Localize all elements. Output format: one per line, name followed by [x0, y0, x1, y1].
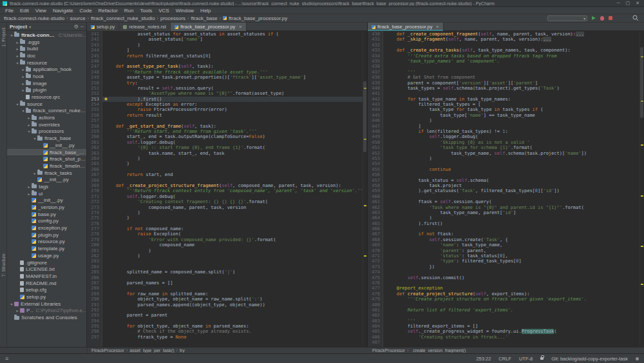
- breadcrumb-item[interactable]: source: [70, 15, 86, 21]
- chevron-icon[interactable]: ▾: [21, 108, 26, 113]
- breadcrumb-item[interactable]: ftrack_base_processor.py: [229, 15, 287, 21]
- tree-item[interactable]: ▸hook: [7, 73, 86, 80]
- line-number[interactable]: 248: [87, 70, 99, 75]
- tree-item[interactable]: __init__.py: [7, 142, 86, 149]
- tree-item[interactable]: ▾ftrack_base: [7, 135, 86, 142]
- chevron-icon[interactable]: ▸: [32, 171, 37, 175]
- chevron-icon[interactable]: ▸: [15, 54, 20, 58]
- tree-item[interactable]: ▸doc: [7, 52, 86, 59]
- code-line[interactable]: [102, 221, 367, 226]
- code-line[interactable]: '''Return start, end frame from given 't…: [102, 129, 367, 134]
- line-number[interactable]: 439: [368, 81, 380, 86]
- lock-icon[interactable]: [540, 357, 544, 360]
- line-number[interactable]: 437: [368, 70, 380, 75]
- line-number[interactable]: 451: [368, 145, 380, 150]
- line-number[interactable]: 276: [87, 221, 99, 226]
- code-line[interactable]: [383, 172, 644, 177]
- line-number[interactable]: 483: [368, 319, 380, 324]
- line-number[interactable]: 466: [368, 226, 380, 231]
- code-line[interactable]: '{0} :: start frame {0}, end frame {1}'.…: [102, 145, 367, 150]
- line-number[interactable]: 257: [87, 118, 99, 123]
- code-line[interactable]: 'Error with composed_name provided: {}'.…: [102, 237, 367, 242]
- tree-item[interactable]: ▾resource: [7, 59, 86, 66]
- menu-edit[interactable]: Edit: [17, 8, 32, 14]
- line-number[interactable]: 438: [368, 75, 380, 80]
- tree-item[interactable]: ▸image: [7, 80, 86, 87]
- line-number[interactable]: 471: [368, 253, 380, 259]
- chevron-icon[interactable]: ▸: [26, 123, 32, 127]
- code-line[interactable]: task_types = self.schema(task.project).g…: [383, 86, 644, 91]
- code-line[interactable]: '''Return ftrack context entity from 'co…: [102, 188, 367, 193]
- code-line[interactable]: [383, 91, 644, 96]
- line-number[interactable]: 285: [87, 270, 99, 275]
- notifications-icon[interactable]: [636, 357, 639, 360]
- line-number[interactable]: 453: [368, 156, 380, 161]
- editor-breadcrumb-item[interactable]: asset_type_per_task(): [129, 348, 174, 353]
- maximize-button[interactable]: ▢: [626, 1, 630, 6]
- code-line[interactable]: result = self.session.query(: [102, 86, 367, 91]
- line-number[interactable]: 461: [368, 199, 380, 204]
- code-line[interactable]: self.logger.debug(: [102, 194, 367, 199]
- chevron-icon[interactable]: ▸: [15, 40, 20, 44]
- line-number[interactable]: 447: [368, 124, 380, 129]
- code-line[interactable]: def _skip_fragment(self, name, parent, t…: [383, 37, 644, 42]
- tree-item[interactable]: ▸plugin: [7, 87, 86, 94]
- code-line[interactable]: asset_status['name']: [102, 37, 367, 42]
- code-line[interactable]: 'task_type_names' and 'component'.: [383, 59, 644, 64]
- code-line[interactable]: ): [102, 210, 367, 215]
- code-line[interactable]: Return list of filtered 'export_items'.: [383, 308, 644, 313]
- line-number[interactable]: 474: [368, 270, 380, 275]
- code-line[interactable]: if not composed_name:: [102, 226, 367, 231]
- hide-panel-icon[interactable]: ─: [80, 25, 84, 29]
- minimize-button[interactable]: ─: [617, 1, 620, 6]
- code-line[interactable]: ]: [102, 48, 367, 53]
- line-number[interactable]: 249: [87, 75, 99, 80]
- code-line[interactable]: return result: [102, 113, 367, 118]
- code-line[interactable]: raise FtrackProcessorError(error): [102, 107, 367, 112]
- code-line[interactable]: [383, 226, 644, 231]
- tree-item[interactable]: ▸ftrack_tasks: [7, 170, 86, 177]
- code-line[interactable]: ): [383, 215, 644, 221]
- chevron-down-icon[interactable]: ▾: [29, 25, 31, 29]
- menu-run[interactable]: Run: [121, 8, 137, 14]
- tree-item[interactable]: ▸tags: [7, 183, 86, 190]
- code-line[interactable]: self._create_progress_widget = foundry.u…: [383, 329, 644, 334]
- tree-item[interactable]: usage.py: [7, 252, 86, 259]
- chevron-icon[interactable]: ▾: [15, 102, 20, 106]
- code-line[interactable]: [383, 43, 644, 48]
- code-line[interactable]: parent = component['version']['asset']['…: [383, 81, 644, 86]
- code-line[interactable]: 'parent': parent,: [383, 248, 644, 253]
- code-line[interactable]: [102, 308, 367, 313]
- code-line[interactable]: ): [102, 156, 367, 161]
- line-number[interactable]: 473: [368, 264, 380, 270]
- code-editor[interactable]: 4304314324334344354364374384394404414424…: [368, 31, 644, 347]
- editor-breadcrumb-item[interactable]: _create_version_fragment(): [410, 348, 466, 353]
- code-line[interactable]: ): [383, 118, 644, 123]
- code-line[interactable]: [102, 275, 367, 280]
- menu-tools[interactable]: Tools: [137, 8, 156, 14]
- line-number[interactable]: 465: [368, 221, 380, 226]
- line-number[interactable]: 481: [368, 308, 380, 313]
- line-number[interactable]: 458: [368, 183, 380, 188]
- line-number[interactable]: 264: [87, 156, 99, 161]
- code-line[interactable]: self.logger.debug(: [102, 140, 367, 145]
- code-line[interactable]: '''Create project structure on ftrack se…: [383, 297, 644, 302]
- line-number[interactable]: 282: [87, 253, 99, 259]
- line-number[interactable]: 479: [368, 297, 380, 302]
- code-line[interactable]: [102, 319, 367, 324]
- line-number[interactable]: 261: [87, 140, 99, 145]
- line-number[interactable]: 472: [368, 259, 380, 264]
- code-line[interactable]: 'Task where name is "{0}" and parent.id …: [383, 205, 644, 210]
- tree-item[interactable]: Scratches and Consoles: [7, 314, 86, 321]
- line-number[interactable]: 258: [87, 124, 99, 129]
- line-number[interactable]: 449: [368, 134, 380, 139]
- run-config-dropdown[interactable]: ▾: [547, 15, 587, 21]
- tree-item[interactable]: ▸actions: [7, 114, 86, 121]
- code-line[interactable]: ): [102, 215, 367, 221]
- code-line[interactable]: def asset_type_per_task(self, task):: [102, 64, 367, 69]
- code-line[interactable]: [102, 264, 367, 270]
- chevron-icon[interactable]: ▾: [26, 129, 32, 133]
- code-line[interactable]: for raw_name in splitted_name:: [102, 291, 367, 297]
- stop-button[interactable]: [609, 16, 612, 20]
- caret-position[interactable]: 253:22: [476, 356, 491, 362]
